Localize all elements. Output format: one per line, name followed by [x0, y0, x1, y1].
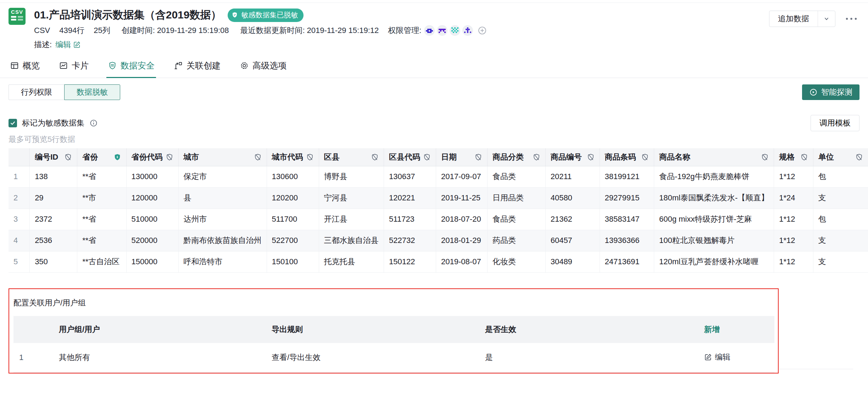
table-cell: 1*12 [774, 251, 813, 272]
tab-label: 高级选项 [252, 60, 286, 71]
table-cell: 520000 [126, 230, 178, 251]
table-cell: **省 [77, 166, 126, 187]
column-header: 规格 [774, 148, 813, 166]
table-cell: 食品-192g牛奶燕麦脆棒饼 [654, 166, 774, 187]
created-value: 2019-11-29 15:19:08 [157, 26, 229, 35]
ellipsis-icon [845, 17, 857, 21]
shield-off-icon[interactable] [254, 153, 262, 161]
mark-sensitive-label: 标记为敏感数据集 [22, 118, 84, 128]
more-menu-button[interactable] [843, 15, 859, 23]
smart-detect-button[interactable]: 智能探测 [802, 84, 859, 100]
shield-off-icon[interactable] [587, 153, 595, 161]
table-cell: **省 [77, 230, 126, 251]
column-header: 日期 [436, 148, 488, 166]
table-cell: 130600 [267, 166, 319, 187]
column-header: 区县 [319, 148, 384, 166]
csv-file-icon: CSV [9, 8, 26, 25]
edit-icon [704, 353, 712, 361]
table-cell: 138 [30, 166, 77, 187]
append-data-split-button: 追加数据 [769, 11, 835, 27]
tab-gear[interactable]: 高级选项 [238, 58, 288, 78]
description-label: 描述: [34, 39, 52, 50]
use-template-button[interactable]: 调用模板 [811, 115, 859, 131]
created-label: 创建时间: [122, 26, 155, 35]
play-circle-icon [809, 88, 818, 96]
shield-off-icon[interactable] [423, 153, 431, 161]
shield-off-icon[interactable] [306, 153, 314, 161]
tab-relation[interactable]: 关联创建 [172, 58, 222, 78]
tab-label: 卡片 [72, 60, 89, 71]
permission-avatars [424, 25, 473, 36]
table-cell: 100粒北京银翘解毒片 [654, 230, 774, 251]
column-label: 商品条码 [605, 152, 636, 162]
column-label: 商品编号 [551, 152, 582, 162]
table-edge-divider [779, 369, 853, 369]
column-header: 区县代码 [384, 148, 436, 166]
shield-off-icon[interactable] [64, 153, 72, 161]
table-cell: 2019-11-25 [436, 187, 488, 209]
table-cell: 2018-01-29 [436, 230, 488, 251]
edit-description-link[interactable]: 编辑 [55, 39, 81, 50]
config-active-cell: 是 [479, 343, 699, 373]
table-cell: 13936366 [600, 230, 654, 251]
shield-off-icon[interactable] [800, 153, 808, 161]
avatar-identicon[interactable] [462, 25, 473, 36]
tab-label: 关联创建 [187, 60, 221, 71]
grid-icon [10, 61, 19, 70]
append-data-button[interactable]: 追加数据 [769, 11, 818, 27]
table-cell: 呼和浩特市 [178, 251, 267, 272]
avatar-identicon[interactable] [437, 25, 447, 36]
table-cell: 30489 [545, 251, 600, 272]
column-label: 日期 [441, 152, 457, 162]
page-title: 01.产品培训演示数据集（含2019数据） [34, 8, 221, 22]
row-index-cell: 1 [9, 166, 30, 187]
column-header-index [9, 148, 30, 166]
shield-off-icon[interactable] [533, 153, 540, 161]
append-data-dropdown-button[interactable] [818, 11, 835, 27]
shield-icon [108, 61, 117, 70]
add-permission-button[interactable] [477, 26, 487, 35]
tab-shield[interactable]: 数据安全 [106, 58, 156, 78]
table-row: 5350**古自治区150000呼和浩特市150100托克托县150122201… [9, 251, 868, 272]
shield-off-icon[interactable] [166, 153, 173, 161]
table-cell: 黔南布依族苗族自治州 [178, 230, 267, 251]
avatar-identicon[interactable] [450, 25, 460, 36]
table-cell: 2017-09-07 [436, 166, 488, 187]
info-icon[interactable] [89, 119, 98, 127]
column-label: 商品名称 [659, 152, 690, 162]
table-cell: 支 [813, 251, 868, 272]
shield-masked-icon[interactable] [113, 153, 121, 161]
table-cell: 130637 [384, 166, 436, 187]
add-rule-link[interactable]: 新增 [704, 325, 720, 334]
shield-off-icon[interactable] [474, 153, 482, 161]
data-masking-segment[interactable]: 数据脱敏 [64, 84, 120, 100]
shield-off-icon[interactable] [641, 153, 649, 161]
tab-overview[interactable]: 概览 [9, 58, 41, 78]
column-label: 省份代码 [132, 152, 163, 162]
shield-off-icon[interactable] [761, 153, 769, 161]
config-header-active: 是否生效 [479, 316, 699, 343]
avatar-identicon[interactable] [424, 25, 435, 36]
table-cell: 600g mixx特级苏打饼-芝麻 [654, 209, 774, 230]
column-label: 区县 [324, 152, 340, 162]
table-cell: 包 [813, 166, 868, 187]
tab-label: 概览 [23, 60, 40, 71]
column-header: 商品分类 [488, 148, 546, 166]
tab-card[interactable]: 卡片 [57, 58, 90, 78]
plus-circle-icon [477, 26, 487, 35]
table-cell: 达州市 [178, 209, 267, 230]
table-cell: 托克托县 [319, 251, 384, 272]
table-cell: 522732 [384, 230, 436, 251]
mark-sensitive-checkbox[interactable] [9, 119, 17, 127]
shield-off-icon[interactable] [371, 153, 379, 161]
column-label: 编号ID [35, 152, 58, 162]
preview-note: 最多可预览5行数据 [0, 134, 868, 145]
sensitive-masked-badge: 敏感数据集已脱敏 [228, 9, 304, 22]
table-cell: 1*12 [774, 209, 813, 230]
table-cell: 2536 [30, 230, 77, 251]
edit-rule-button[interactable]: 编辑 [704, 352, 730, 362]
column-header: 单位 [813, 148, 868, 166]
row-col-permission-segment[interactable]: 行列权限 [9, 84, 64, 100]
table-cell: 120200 [267, 187, 319, 209]
shield-off-icon[interactable] [855, 153, 863, 161]
